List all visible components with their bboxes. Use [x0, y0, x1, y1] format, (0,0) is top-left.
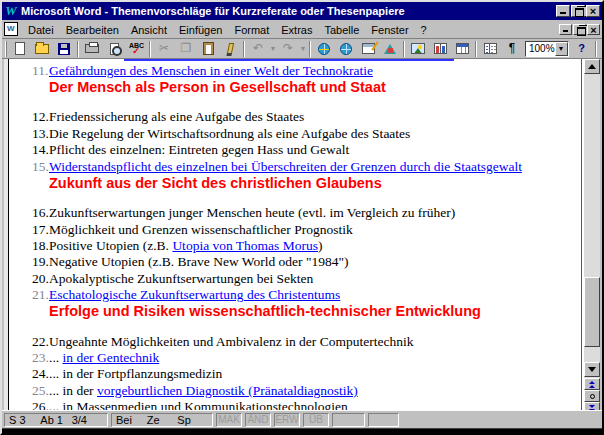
double-down-arrow-icon	[589, 405, 595, 408]
list-item: 18.Positive Utopien (z.B. Utopia von Tho…	[32, 238, 576, 254]
new-document-icon	[15, 42, 25, 55]
hyperlink[interactable]: vorgeburtlichen Diagnostik (Pränataldiag…	[97, 383, 358, 398]
insert-table-button[interactable]	[451, 40, 473, 58]
drawing-button[interactable]	[379, 40, 401, 58]
menu-tabelle[interactable]: Tabelle	[318, 22, 365, 38]
list-item: 17.Möglichkeit und Grenzen wissenschaftl…	[32, 222, 576, 238]
list-item: 11.Gefährdungen des Menschen in einer We…	[32, 63, 576, 79]
insert-picture-button[interactable]	[407, 40, 429, 58]
print-preview-button[interactable]	[103, 40, 125, 58]
list-item: 13.Die Regelung der Wirtschaftsordnung a…	[32, 126, 576, 142]
help-button[interactable]: ?	[571, 40, 593, 58]
open-folder-icon	[35, 44, 49, 54]
select-browse-object-button[interactable]	[584, 390, 600, 402]
item-text: ... in der Fortpflanzungsmedizin	[49, 366, 222, 381]
show-paragraph-marks-button[interactable]: ¶	[501, 40, 523, 58]
toolbar-grip[interactable]	[5, 41, 7, 57]
menu-fenster[interactable]: Fenster	[365, 22, 414, 38]
item-text: Die Regelung der Wirtschaftsordnung als …	[49, 126, 410, 141]
hyperlink[interactable]: Utopia von Thomas Morus	[172, 238, 318, 253]
item-number: 15.	[32, 159, 49, 175]
zoom-dropdown[interactable]: 100% ▼	[525, 41, 569, 57]
clipped-previous-line	[124, 59, 454, 61]
insert-hyperlink-globe-icon	[318, 43, 330, 55]
hyperlink[interactable]: Widerstandspflicht des einzelnen bei Übe…	[49, 159, 522, 174]
item-text: ...	[49, 350, 63, 365]
menu-datei[interactable]: Datei	[22, 22, 60, 38]
hyperlink[interactable]: in der Gentechnik	[63, 350, 160, 365]
paste-button[interactable]	[197, 40, 219, 58]
document-area[interactable]: 11.Gefährdungen des Menschen in einer We…	[4, 59, 600, 414]
indicator-nd[interactable]: ÄND	[245, 413, 271, 427]
doc-restore-button[interactable]	[573, 24, 586, 35]
open-button[interactable]	[31, 40, 53, 58]
menu-einfgen[interactable]: Einfügen	[173, 22, 228, 38]
web-toolbar-button[interactable]	[335, 40, 357, 58]
new-document-button[interactable]	[9, 40, 31, 58]
page-of-total: 3/4	[72, 414, 103, 426]
item-number: 18.	[32, 238, 49, 254]
insert-hyperlink-button[interactable]	[313, 40, 335, 58]
scroll-down-button[interactable]	[584, 362, 600, 377]
scroll-up-button[interactable]	[584, 59, 600, 74]
item-text: ... in der	[49, 383, 97, 398]
list-item: 19.Negative Utopien (z.B. Brave New Worl…	[32, 254, 576, 270]
toolbar-separator	[149, 41, 151, 57]
zoom-value: 100%	[529, 43, 555, 54]
vertical-scrollbar[interactable]	[584, 59, 600, 414]
item-text: Pflicht des einzelnen: Eintreten gegen H…	[49, 142, 349, 157]
print-button[interactable]	[81, 40, 103, 58]
tables-and-borders-button[interactable]	[357, 40, 379, 58]
item-number: 21.	[32, 287, 49, 303]
insert-excel-table-button[interactable]	[429, 40, 451, 58]
taskbar-edge	[2, 428, 602, 433]
minimize-button[interactable]	[556, 5, 570, 17]
scrollbar-thumb[interactable]	[584, 277, 600, 347]
format-painter-button[interactable]	[219, 40, 241, 58]
blank-line	[32, 193, 576, 206]
save-floppy-icon	[58, 43, 70, 55]
menu-ansicht[interactable]: Ansicht	[125, 22, 173, 38]
word-badge-button[interactable]	[599, 40, 604, 58]
toolbar-separator	[403, 41, 405, 57]
indicator-mak[interactable]: MAK	[216, 413, 242, 427]
doc-minimize-button[interactable]	[559, 24, 572, 35]
item-text: Ungeahnte Möglichkeiten und Ambivalenz i…	[49, 334, 413, 349]
menu-?[interactable]: ?	[415, 22, 433, 38]
close-button[interactable]	[586, 5, 600, 17]
menu-bearbeiten[interactable]: Bearbeiten	[60, 22, 125, 38]
page-status-panel[interactable]: S 3 Ab 1 3/4	[4, 413, 108, 427]
menu-extras[interactable]: Extras	[275, 22, 318, 38]
line-label: Ze	[147, 414, 178, 426]
document-map-button[interactable]	[479, 40, 501, 58]
spelling-button[interactable]: ABC✓	[125, 40, 147, 58]
browse-previous-button[interactable]	[584, 378, 600, 390]
list-item: 14.Pflicht des einzelnen: Eintreten gege…	[32, 142, 576, 158]
empty-status-panel	[368, 413, 399, 427]
indicator-erw[interactable]: ERW	[274, 413, 300, 427]
list-item: 24.... in der Fortpflanzungsmedizin	[32, 366, 576, 382]
page-number: S 3	[9, 414, 40, 426]
column-label: Sp	[177, 414, 208, 426]
red-heading: Der Mensch als Person in Gesellschaft un…	[32, 79, 576, 97]
save-button[interactable]	[53, 40, 75, 58]
document-map-icon	[484, 43, 497, 54]
list-item: 23.... in der Gentechnik	[32, 350, 576, 366]
restore-button[interactable]	[571, 5, 585, 17]
zoom-dropdown-arrow-icon[interactable]: ▼	[555, 42, 568, 56]
item-number: 17.	[32, 222, 49, 238]
menu-format[interactable]: Format	[228, 22, 275, 38]
hyperlink[interactable]: Gefährdungen des Menschen in einer Welt …	[49, 63, 373, 78]
print-preview-icon	[110, 43, 119, 55]
doc-close-button[interactable]	[587, 24, 600, 35]
window-title: Microsoft Word - Themenvorschläge für Ku…	[21, 5, 556, 17]
item-text: Friedenssicherung als eine Aufgabe des S…	[49, 109, 304, 124]
word-window: W Microsoft Word - Themenvorschläge für …	[0, 0, 604, 435]
position-status-panel: Bei Ze Sp	[111, 413, 213, 427]
item-text: Möglichkeit und Grenzen wissenschaftlich…	[49, 222, 353, 237]
indicator-b[interactable]: ÜB	[303, 413, 329, 427]
hyperlink[interactable]: Eschatologische Zukunftserwartung des Ch…	[49, 287, 340, 302]
toolbar-separator	[309, 41, 311, 57]
web-toolbar-globe-icon	[340, 43, 352, 55]
document-system-icon[interactable]	[4, 22, 18, 36]
